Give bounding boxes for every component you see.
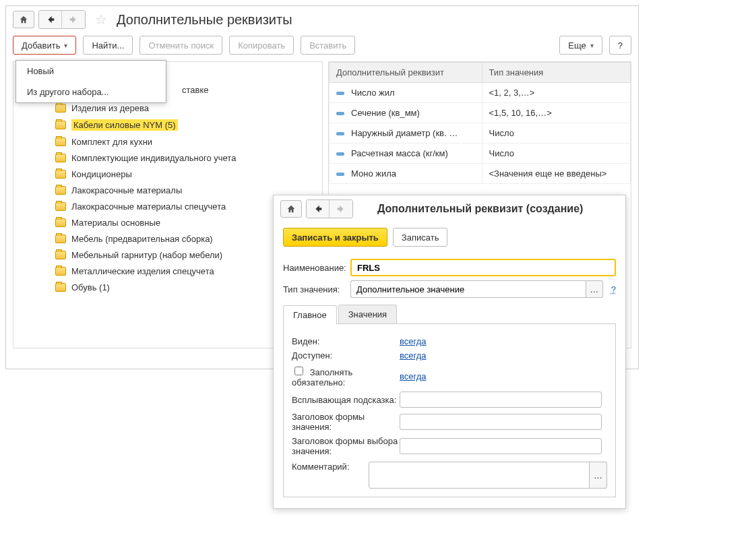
dialog-title: Дополнительный реквизит (создание)	[377, 203, 583, 215]
dialog-window: Дополнительный реквизит (создание) Запис…	[273, 195, 626, 509]
save-close-button[interactable]: Записать и закрыть	[283, 228, 387, 247]
type-label: Тип значения:	[283, 284, 346, 294]
folder-icon	[55, 251, 66, 259]
tree-item-label: Комплект для кухни	[71, 137, 152, 147]
folder-icon	[55, 235, 66, 243]
tree-item-label: Кабели силовые NYM (5)	[71, 119, 178, 131]
cell-name: Наружный диаметр (кв. …	[351, 128, 458, 138]
paste-button[interactable]: Вставить	[301, 36, 355, 55]
type-select-button[interactable]: …	[586, 280, 603, 298]
main-toolbar: Добавить ▾ Найти... Отменить поиск Копир…	[6, 32, 638, 61]
tooltip-input[interactable]	[400, 392, 602, 408]
dialog-header: Дополнительный реквизит (создание)	[274, 195, 625, 221]
more-button[interactable]: Еще ▾	[559, 36, 602, 55]
tree-item[interactable]: Кабели силовые NYM (5)	[53, 117, 317, 133]
tree-item-partial: ставке	[182, 85, 322, 95]
tab-values[interactable]: Значения	[338, 305, 397, 323]
dialog-form: Наименование: Тип значения: … ?	[274, 259, 625, 298]
value-form-title-input[interactable]	[400, 414, 602, 430]
tree-item-label: Обувь (1)	[71, 282, 110, 292]
folder-icon	[55, 121, 66, 129]
available-label: Доступен:	[292, 350, 400, 361]
cancel-search-button[interactable]: Отменить поиск	[139, 36, 222, 55]
more-button-label: Еще	[568, 40, 586, 51]
table-row[interactable]: Расчетная масса (кг/км)Число	[330, 144, 631, 164]
tree-item[interactable]: Кондиционеры	[53, 166, 317, 182]
table-row[interactable]: Моно жила<Значения еще не введены>	[330, 164, 631, 184]
mandatory-checkbox[interactable]	[294, 367, 303, 375]
arrow-left-icon	[46, 15, 55, 24]
arrow-right-icon	[336, 204, 346, 214]
attributes-table: Дополнительный реквизит Тип значения Чис…	[329, 62, 631, 184]
folder-icon	[55, 154, 66, 162]
tree-item[interactable]: Комплект для кухни	[53, 134, 317, 150]
tooltip-label: Всплывающая подсказка:	[292, 395, 400, 405]
save-button[interactable]: Записать	[393, 228, 448, 247]
help-button[interactable]: ?	[609, 36, 631, 55]
table-row[interactable]: Наружный диаметр (кв. …Число	[330, 123, 631, 144]
back-button[interactable]	[39, 11, 62, 28]
row-marker-icon	[336, 132, 344, 135]
dialog-forward-button[interactable]	[330, 200, 352, 218]
cell-name: Расчетная масса (кг/км)	[351, 148, 448, 158]
home-icon	[286, 204, 296, 214]
add-menu: Новый Из другого набора...	[15, 60, 166, 103]
cell-type: Число	[482, 123, 631, 144]
forward-button[interactable]	[62, 11, 85, 28]
available-value[interactable]: всегда	[400, 350, 426, 361]
add-menu-new[interactable]: Новый	[16, 61, 166, 82]
tree-item[interactable]: Комплектующие индивидуального учета	[53, 150, 317, 166]
home-button[interactable]	[13, 11, 34, 28]
dialog-home-button[interactable]	[280, 200, 302, 218]
folder-icon	[55, 186, 66, 195]
type-input[interactable]	[350, 280, 586, 298]
chevron-down-icon: ▾	[64, 42, 67, 49]
cell-name: Моно жила	[351, 168, 396, 179]
comment-label: Комментарий:	[292, 462, 369, 472]
add-button[interactable]: Добавить ▾	[13, 36, 76, 55]
tab-main[interactable]: Главное	[283, 305, 337, 324]
value-choice-form-title-input[interactable]	[400, 438, 602, 454]
name-label: Наименование:	[283, 263, 346, 273]
dialog-actions: Записать и закрыть Записать	[274, 221, 625, 255]
folder-icon	[55, 202, 66, 211]
table-row[interactable]: Сечение (кв_мм)<1,5, 10, 16,…>	[330, 103, 631, 123]
folder-icon	[55, 104, 66, 113]
table-body: Число жил<1, 2, 3,…>Сечение (кв_мм)<1,5,…	[330, 83, 631, 184]
main-header: ☆ Дополнительные реквизиты	[6, 6, 638, 32]
col-type[interactable]: Тип значения	[482, 63, 631, 83]
find-button[interactable]: Найти...	[83, 36, 133, 55]
row-marker-icon	[336, 112, 344, 115]
cell-type: Число	[482, 144, 631, 164]
tree-item-label: Лакокрасочные материалы спецучета	[71, 201, 226, 212]
tree-item-label: Изделия из дерева	[71, 103, 149, 113]
tree-item-label: Мебель (предварительная сборка)	[71, 234, 213, 244]
col-name[interactable]: Дополнительный реквизит	[330, 63, 482, 83]
visible-value[interactable]: всегда	[400, 336, 426, 346]
copy-button[interactable]: Копировать	[229, 36, 294, 55]
folder-icon	[55, 267, 66, 276]
tree-item-label: Металлические изделия спецучета	[71, 266, 214, 276]
mandatory-label: Заполнять обязательно:	[292, 365, 400, 387]
table-row[interactable]: Число жил<1, 2, 3,…>	[330, 83, 631, 103]
tree-item-label: Мебельный гарнитур (набор мебели)	[71, 250, 222, 260]
dialog-back-button[interactable]	[307, 200, 330, 218]
mandatory-value[interactable]: всегда	[400, 371, 426, 381]
type-help-link[interactable]: ?	[611, 284, 616, 294]
comment-expand-button[interactable]: …	[590, 462, 607, 489]
tree-item-label: Кондиционеры	[71, 169, 132, 179]
row-marker-icon	[336, 92, 344, 95]
name-input[interactable]	[350, 259, 616, 276]
favorite-icon[interactable]: ☆	[95, 11, 107, 28]
dialog-nav-group	[306, 199, 353, 218]
tree-item-label: Материалы основные	[71, 218, 160, 228]
tab-body-main: Виден: всегда Доступен: всегда Заполнять…	[283, 324, 616, 497]
dialog-tabs: Главное Значения	[283, 305, 616, 324]
arrow-right-icon	[69, 15, 78, 24]
cell-name: Число жил	[351, 88, 395, 98]
cell-type: <1,5, 10, 16,…>	[482, 103, 631, 123]
add-menu-from-set[interactable]: Из другого набора...	[16, 82, 166, 102]
arrow-left-icon	[313, 204, 323, 214]
visible-label: Виден:	[292, 336, 400, 346]
comment-input[interactable]	[369, 462, 590, 489]
